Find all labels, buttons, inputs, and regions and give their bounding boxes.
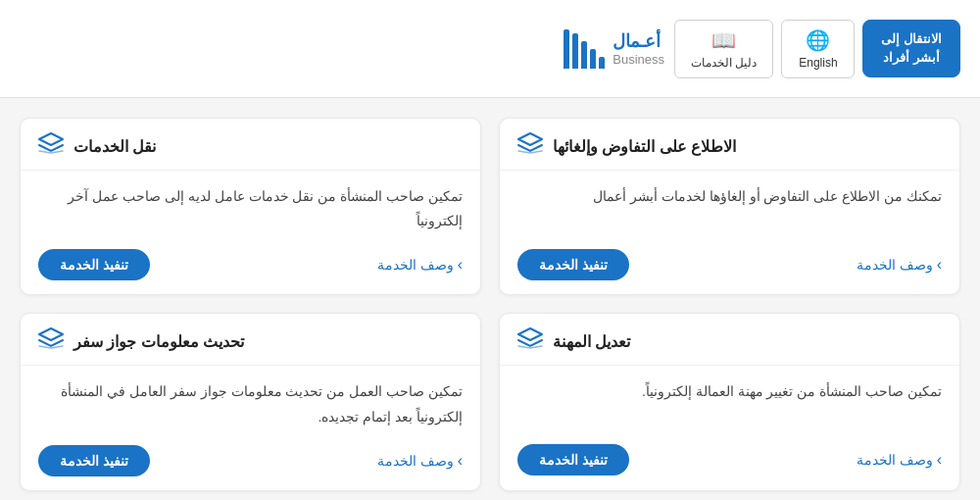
- cards-grid: الاطلاع على التفاوض وإلغائها تمكنك من ال…: [20, 118, 960, 491]
- card-view-negotiations-desc: تمكنك من الاطلاع على التفاوض أو إلغاؤها …: [517, 184, 942, 233]
- services-guide-button[interactable]: 📖 دليل الخدمات: [674, 20, 773, 78]
- desc-link-1[interactable]: وصف الخدمة: [377, 256, 463, 274]
- card-transfer-services-body: تمكين صاحب المنشأة من نقل خدمات عامل لدي…: [21, 171, 480, 294]
- card-transfer-services-header: نقل الخدمات: [21, 119, 480, 171]
- card-edit-profession-actions: تنفيذ الخدمة وصف الخدمة: [517, 444, 942, 475]
- logo-text: أعـمال Business: [612, 30, 664, 67]
- card-view-negotiations-header: الاطلاع على التفاوض وإلغائها: [500, 119, 959, 171]
- header-nav: الانتقال إلى أبشر أفراد 🌐 English 📖 دليل…: [674, 20, 960, 78]
- layers-icon-0: [517, 132, 543, 160]
- english-label: English: [799, 56, 837, 70]
- logo-english: Business: [612, 52, 664, 67]
- layers-icon-1: [38, 132, 64, 160]
- desc-link-0[interactable]: وصف الخدمة: [857, 256, 942, 274]
- logo-area: أعـمال Business: [564, 29, 664, 69]
- card-transfer-services-actions: تنفيذ الخدمة وصف الخدمة: [38, 249, 463, 280]
- execute-button-2[interactable]: تنفيذ الخدمة: [517, 444, 629, 475]
- layers-icon-3: [38, 327, 64, 355]
- transition-button[interactable]: الانتقال إلى أبشر أفراد: [862, 20, 960, 76]
- card-update-passport-title: تحديث معلومات جواز سفر: [74, 332, 244, 351]
- execute-button-3[interactable]: تنفيذ الخدمة: [38, 445, 150, 476]
- card-edit-profession-header: تعديل المهنة: [500, 314, 959, 366]
- execute-button-0[interactable]: تنفيذ الخدمة: [517, 249, 629, 280]
- card-edit-profession-desc: تمكين صاحب المنشأة من تغيير مهنة العمالة…: [517, 379, 942, 428]
- card-transfer-services: نقل الخدمات تمكين صاحب المنشأة من نقل خد…: [20, 118, 481, 295]
- services-guide-label: دليل الخدمات: [691, 56, 757, 70]
- main-content: الاطلاع على التفاوض وإلغائها تمكنك من ال…: [0, 98, 980, 500]
- card-edit-profession: تعديل المهنة تمكين صاحب المنشأة من تغيير…: [499, 313, 960, 490]
- page-header: الانتقال إلى أبشر أفراد 🌐 English 📖 دليل…: [0, 0, 980, 98]
- card-edit-profession-body: تمكين صاحب المنشأة من تغيير مهنة العمالة…: [500, 366, 959, 489]
- layers-icon-2: [517, 327, 543, 355]
- card-update-passport-body: تمكين صاحب العمل من تحديث معلومات جواز س…: [21, 366, 480, 489]
- card-update-passport: تحديث معلومات جواز سفر تمكين صاحب العمل …: [20, 313, 481, 490]
- card-update-passport-header: تحديث معلومات جواز سفر: [21, 314, 480, 366]
- card-transfer-services-desc: تمكين صاحب المنشأة من نقل خدمات عامل لدي…: [38, 184, 463, 233]
- card-view-negotiations-body: تمكنك من الاطلاع على التفاوض أو إلغاؤها …: [500, 171, 959, 294]
- card-update-passport-actions: تنفيذ الخدمة وصف الخدمة: [38, 445, 463, 476]
- book-icon: 📖: [711, 28, 736, 52]
- card-transfer-services-title: نقل الخدمات: [74, 137, 156, 156]
- execute-button-1[interactable]: تنفيذ الخدمة: [38, 249, 150, 280]
- logo-arabic: أعـمال: [612, 30, 661, 52]
- card-update-passport-desc: تمكين صاحب العمل من تحديث معلومات جواز س…: [38, 379, 463, 428]
- desc-link-2[interactable]: وصف الخدمة: [857, 451, 942, 469]
- english-button[interactable]: 🌐 English: [781, 20, 855, 78]
- transition-label: الانتقال إلى أبشر أفراد: [881, 30, 942, 66]
- card-view-negotiations: الاطلاع على التفاوض وإلغائها تمكنك من ال…: [499, 118, 960, 295]
- card-view-negotiations-actions: تنفيذ الخدمة وصف الخدمة: [517, 249, 942, 280]
- card-view-negotiations-title: الاطلاع على التفاوض وإلغائها: [553, 137, 736, 156]
- desc-link-3[interactable]: وصف الخدمة: [377, 452, 463, 470]
- logo-bars-icon: [564, 29, 605, 69]
- card-edit-profession-title: تعديل المهنة: [553, 332, 630, 351]
- globe-icon: 🌐: [806, 28, 830, 52]
